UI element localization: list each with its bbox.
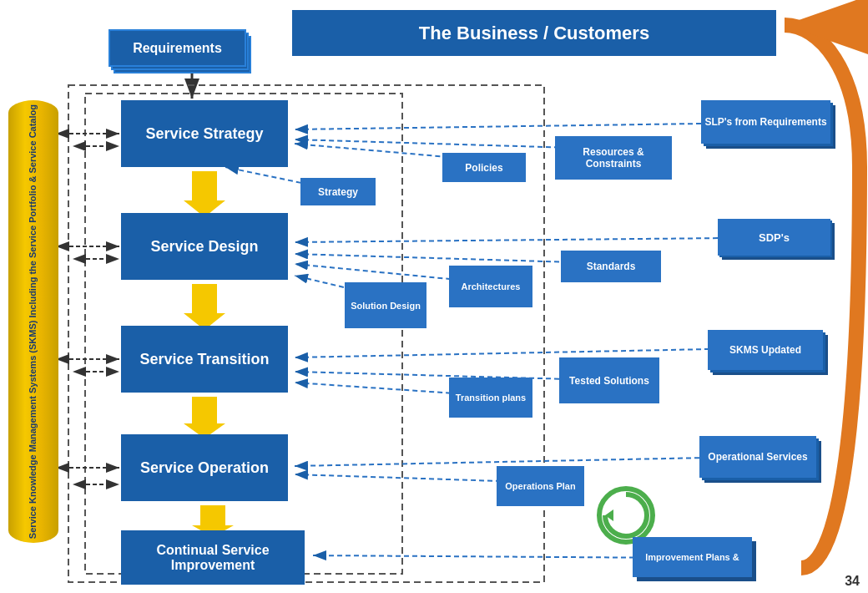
- tested-solutions-label: Tested Solutions: [569, 375, 649, 387]
- svg-line-21: [313, 555, 684, 558]
- service-csi-box: Continual Service Improvement: [121, 530, 305, 585]
- operations-plan-label: Operations Plan: [505, 481, 575, 491]
- strategy-label: Strategy: [318, 186, 358, 198]
- business-banner-text: The Business / Customers: [419, 23, 649, 44]
- requirements-box: Requirements: [108, 29, 250, 75]
- skms-label: Service Knowledge Management Systems (SK…: [28, 104, 38, 539]
- resources-label: Resources & Constraints: [558, 146, 669, 170]
- service-operation-box: Service Operation: [121, 434, 288, 501]
- resources-box: Resources & Constraints: [555, 136, 672, 180]
- slide-number: 34: [845, 574, 860, 589]
- diagram-container: Service Knowledge Management Systems (SK…: [0, 0, 868, 593]
- transition-plans-label: Transition plans: [456, 393, 526, 403]
- slp-box-container: SLP's from Requirements: [701, 100, 835, 155]
- architectures-label: Architectures: [462, 281, 521, 291]
- strategy-box: Strategy: [300, 178, 376, 205]
- skms-updated-label: SKMS Updated: [729, 344, 801, 356]
- standards-box: Standards: [561, 251, 661, 282]
- svg-marker-32: [184, 397, 225, 438]
- operations-plan-box: Operations Plan: [497, 466, 584, 506]
- svg-marker-30: [184, 171, 225, 217]
- standards-label: Standards: [587, 261, 636, 272]
- arrows-svg: [0, 0, 868, 593]
- requirements-label: Requirements: [133, 41, 222, 56]
- svg-marker-31: [184, 284, 225, 330]
- policies-box: Policies: [442, 153, 526, 182]
- operational-services-label: Operational Services: [708, 451, 807, 463]
- sdp-box-container: SDP's: [718, 219, 835, 267]
- solution-design-label: Solution Design: [351, 301, 421, 311]
- service-operation-label: Service Operation: [140, 459, 269, 477]
- slp-label: SLP's from Requirements: [704, 116, 826, 128]
- improvement-plans-label: Improvement Plans &: [645, 552, 739, 562]
- skms-cylinder: Service Knowledge Management Systems (SK…: [8, 100, 58, 543]
- tested-solutions-box: Tested Solutions: [559, 357, 659, 403]
- service-design-box: Service Design: [121, 213, 288, 280]
- service-strategy-box: Service Strategy: [121, 100, 288, 167]
- csi-cycle-icon: [597, 486, 655, 545]
- service-csi-label: Continual Service Improvement: [125, 543, 300, 573]
- svg-line-19: [295, 458, 708, 466]
- improvement-plans-container: Improvement Plans &: [633, 537, 758, 589]
- svg-line-8: [295, 124, 701, 129]
- operational-services-container: Operational Services: [699, 436, 823, 490]
- svg-line-16: [295, 349, 709, 357]
- architectures-box: Architectures: [449, 266, 532, 307]
- svg-line-17: [295, 372, 601, 380]
- business-banner: The Business / Customers: [292, 10, 776, 56]
- skms-updated-container: SKMS Updated: [708, 330, 829, 382]
- transition-plans-box: Transition plans: [449, 378, 532, 418]
- svg-line-12: [295, 238, 726, 242]
- svg-line-13: [295, 254, 601, 263]
- sdp-label: SDP's: [759, 231, 790, 244]
- service-transition-label: Service Transition: [139, 351, 269, 368]
- service-strategy-label: Service Strategy: [145, 125, 263, 143]
- service-design-label: Service Design: [150, 238, 258, 256]
- service-transition-box: Service Transition: [121, 326, 288, 393]
- policies-label: Policies: [465, 162, 502, 174]
- solution-design-box: Solution Design: [345, 282, 426, 328]
